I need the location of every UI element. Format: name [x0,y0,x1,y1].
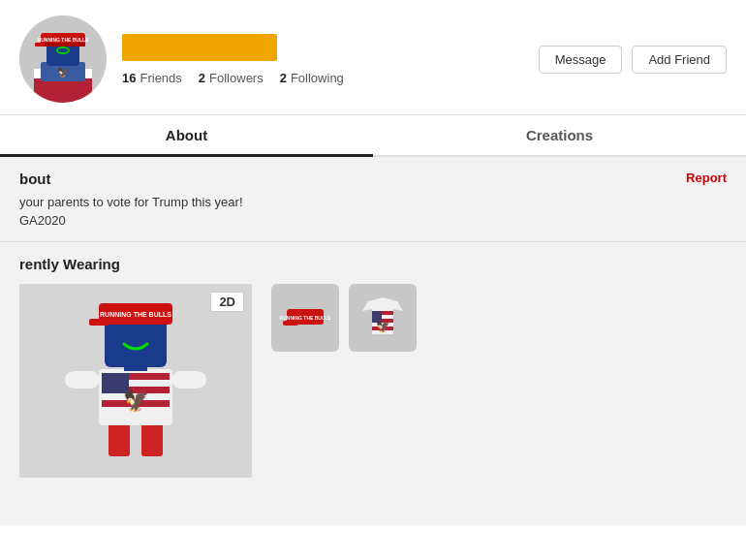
profile-stats: 16 Friends 2 Followers 2 Following [122,71,539,85]
following-stat: 2 Following [280,71,344,85]
preview-2d-badge[interactable]: 2D [210,292,244,312]
content-area: bout your parents to vote for Trump this… [0,157,746,525]
wearing-section: rently Wearing 2D [0,242,746,491]
about-line-2: GA2020 [19,213,727,228]
character-preview: 2D [19,284,252,478]
svg-text:RUNNING THE BULLS: RUNNING THE BULLS [38,37,89,43]
svg-rect-29 [89,319,109,326]
svg-rect-33 [283,321,298,326]
followers-stat: 2 Followers [199,71,264,85]
friends-label: Friends [140,71,181,85]
svg-point-24 [65,372,78,388]
tab-about[interactable]: About [0,115,373,155]
tab-creations[interactable]: Creations [373,115,746,155]
friends-stat: 16 Friends [122,71,182,85]
svg-text:🦅: 🦅 [376,319,390,333]
item-shirt[interactable]: 🦅 [349,284,417,352]
tabs-bar: About Creations [0,115,746,157]
svg-text:RUNNING THE BULLS: RUNNING THE BULLS [280,315,331,321]
following-count: 2 [280,71,287,85]
about-section: bout your parents to vote for Trump this… [0,157,746,242]
svg-point-25 [193,372,206,388]
wearing-title: rently Wearing [19,256,727,272]
item-hat[interactable]: RUNNING THE BULLS [271,284,339,352]
svg-text:RUNNING THE BULLS: RUNNING THE BULLS [100,311,171,318]
followers-count: 2 [199,71,205,85]
stat-divider-2 [271,71,272,84]
svg-rect-11 [35,43,45,47]
about-title: bout [19,171,727,187]
report-link[interactable]: Report [686,171,727,185]
profile-actions: Message Add Friend [539,46,727,74]
wearing-content: 2D [19,284,727,478]
following-label: Following [291,71,344,85]
message-button[interactable]: Message [539,46,623,74]
svg-text:🦅: 🦅 [123,388,150,414]
items-grid: RUNNING THE BULLS [271,284,417,352]
followers-label: Followers [209,71,264,85]
avatar: 🦅 RUNNING THE BULLS [19,16,107,103]
friends-count: 16 [122,71,136,85]
stat-divider-1 [190,71,191,84]
username-block: 16 Friends 2 Followers 2 Following [122,34,539,85]
svg-text:🦅: 🦅 [57,66,70,78]
add-friend-button[interactable]: Add Friend [632,46,727,74]
about-line-1: your parents to vote for Trump this year… [19,195,727,209]
username-bar [122,34,277,61]
svg-rect-8 [41,43,85,47]
profile-header: 🦅 RUNNING THE BULLS 16 Friends 2 Fol [0,0,746,115]
